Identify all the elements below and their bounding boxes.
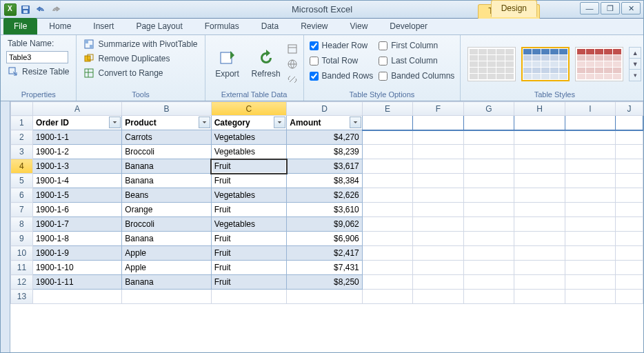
style-swatch-plain[interactable] <box>467 47 516 81</box>
cell[interactable] <box>413 290 463 304</box>
row-header-7[interactable]: 7 <box>11 203 33 217</box>
tab-insert[interactable]: Insert <box>83 18 124 34</box>
cell-orderid[interactable]: 1900-1-6 <box>32 203 121 217</box>
row-header-5[interactable]: 5 <box>11 174 33 188</box>
unlink-icon[interactable] <box>287 74 298 85</box>
restore-button[interactable]: ❐ <box>601 2 620 14</box>
cell[interactable] <box>413 130 463 145</box>
cell[interactable] <box>514 188 565 203</box>
cell[interactable] <box>362 145 412 159</box>
cell[interactable] <box>463 145 514 159</box>
cell-category[interactable]: Fruit <box>211 246 287 261</box>
col-header-I[interactable]: I <box>565 102 615 116</box>
chk-total-row-box[interactable] <box>310 57 319 65</box>
cell[interactable] <box>616 174 643 188</box>
cell[interactable] <box>413 203 463 217</box>
properties-icon[interactable] <box>287 43 298 54</box>
cell-amount[interactable]: $2,417 <box>287 246 363 261</box>
cell[interactable] <box>413 188 463 203</box>
table-header-0[interactable]: Order ID <box>32 116 121 130</box>
row-header-2[interactable]: 2 <box>11 130 33 145</box>
close-button[interactable]: ✕ <box>621 2 641 14</box>
cell[interactable] <box>565 116 615 130</box>
cell-product[interactable]: Banana <box>122 232 211 246</box>
cell[interactable] <box>463 217 514 232</box>
cell[interactable] <box>565 246 615 261</box>
cell-orderid[interactable]: 1900-1-11 <box>32 275 121 290</box>
refresh-button[interactable]: Refresh <box>250 48 283 79</box>
cell[interactable] <box>514 145 565 159</box>
cell[interactable] <box>616 130 643 145</box>
row-header-9[interactable]: 9 <box>11 232 33 246</box>
cell-category[interactable]: Vegetables <box>211 217 287 232</box>
cell[interactable] <box>463 290 514 304</box>
cell[interactable] <box>362 159 412 174</box>
cell[interactable] <box>565 217 615 232</box>
table-styles-gallery[interactable]: ▲ ▼ ▾ <box>466 46 643 81</box>
cell-amount[interactable]: $8,250 <box>287 275 363 290</box>
cell[interactable] <box>32 290 121 304</box>
chk-banded-cols[interactable]: Banded Columns <box>379 71 454 81</box>
cell[interactable] <box>362 174 412 188</box>
cell-product[interactable]: Apple <box>122 261 211 275</box>
export-button[interactable]: Export <box>211 48 244 79</box>
col-header-D[interactable]: D <box>287 102 363 116</box>
cell[interactable] <box>616 232 643 246</box>
cell[interactable] <box>616 290 643 304</box>
cell[interactable] <box>616 246 643 261</box>
cell-category[interactable]: Vegetables <box>211 130 287 145</box>
table-header-1[interactable]: Product <box>122 116 211 130</box>
summarize-pivot-button[interactable]: Summarize with PivotTable <box>82 38 199 50</box>
save-icon[interactable] <box>19 3 32 17</box>
row-header-12[interactable]: 12 <box>11 275 33 290</box>
cell-product[interactable]: Broccoli <box>122 145 211 159</box>
cell[interactable] <box>565 130 615 145</box>
filter-dropdown-icon[interactable] <box>274 117 285 128</box>
cell-orderid[interactable]: 1900-1-10 <box>32 261 121 275</box>
chk-banded-rows[interactable]: Banded Rows <box>310 71 374 81</box>
cell[interactable] <box>362 217 412 232</box>
tab-data[interactable]: Data <box>251 18 289 34</box>
convert-range-button[interactable]: Convert to Range <box>82 67 199 79</box>
cell[interactable] <box>565 145 615 159</box>
cell[interactable] <box>616 203 643 217</box>
tab-design[interactable]: Design <box>491 0 537 17</box>
cell[interactable] <box>514 275 565 290</box>
row-header-3[interactable]: 3 <box>11 145 33 159</box>
filter-dropdown-icon[interactable] <box>350 117 361 128</box>
cell-category[interactable]: Fruit <box>211 174 287 188</box>
cell[interactable] <box>514 203 565 217</box>
chk-banded-cols-box[interactable] <box>379 72 388 81</box>
worksheet[interactable]: ABCDEFGHIJ 1Order IDProductCategoryAmoun… <box>10 101 643 304</box>
cell[interactable] <box>514 217 565 232</box>
cell-category[interactable]: Fruit <box>211 159 287 174</box>
cell-product[interactable]: Banana <box>122 174 211 188</box>
cell[interactable] <box>413 275 463 290</box>
col-header-B[interactable]: B <box>122 102 211 116</box>
cell[interactable] <box>514 261 565 275</box>
cell-product[interactable]: Banana <box>122 275 211 290</box>
table-header-3[interactable]: Amount <box>287 116 363 130</box>
cell[interactable] <box>362 203 412 217</box>
tab-view[interactable]: View <box>340 18 379 34</box>
tab-page-layout[interactable]: Page Layout <box>125 18 192 34</box>
cell[interactable] <box>565 261 615 275</box>
cell-category[interactable]: Vegetables <box>211 145 287 159</box>
row-header-11[interactable]: 11 <box>11 261 33 275</box>
tab-developer[interactable]: Developer <box>379 18 438 34</box>
cell[interactable] <box>616 217 643 232</box>
col-header-A[interactable]: A <box>32 102 121 116</box>
chk-last-col-box[interactable] <box>379 57 388 65</box>
cell[interactable] <box>514 232 565 246</box>
table-name-input[interactable] <box>6 51 68 63</box>
cell[interactable] <box>463 275 514 290</box>
row-header-6[interactable]: 6 <box>11 188 33 203</box>
cell[interactable] <box>565 174 615 188</box>
cell[interactable] <box>413 174 463 188</box>
cell[interactable] <box>616 145 643 159</box>
cell-category[interactable]: Fruit <box>211 203 287 217</box>
app-icon[interactable] <box>3 3 17 17</box>
cell[interactable] <box>463 159 514 174</box>
cell[interactable] <box>565 188 615 203</box>
cell[interactable] <box>362 130 412 145</box>
